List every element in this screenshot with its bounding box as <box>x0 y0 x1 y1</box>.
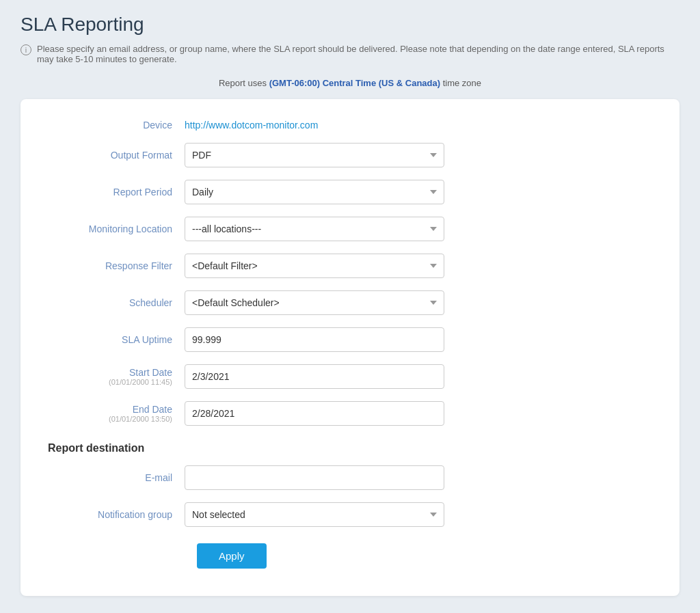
end-date-row: End Date (01/01/2000 13:50) <box>48 401 652 426</box>
page-title: SLA Reporting <box>21 14 679 36</box>
report-period-select[interactable]: Daily Weekly Monthly Custom <box>185 180 444 204</box>
sla-uptime-input[interactable] <box>185 327 444 352</box>
email-row: E-mail <box>48 465 652 490</box>
email-input[interactable] <box>185 465 444 490</box>
monitoring-location-select[interactable]: ---all locations--- <box>185 217 444 241</box>
timezone-value: (GMT-06:00) Central Time (US & Canada) <box>269 78 440 88</box>
apply-button[interactable]: Apply <box>197 543 267 569</box>
timezone-suffix: time zone <box>440 78 481 88</box>
device-label: Device <box>48 120 185 131</box>
scheduler-row: Scheduler <Default Scheduler> <box>48 290 652 315</box>
apply-row: Apply <box>48 543 652 569</box>
info-icon: i <box>21 44 31 55</box>
start-date-sublabel: (01/01/2000 11:45) <box>48 378 172 386</box>
output-format-row: Output Format PDF HTML CSV <box>48 143 652 167</box>
scheduler-label: Scheduler <box>48 297 185 308</box>
sla-uptime-label: SLA Uptime <box>48 334 185 345</box>
info-banner: i Please specify an email address, or gr… <box>21 44 679 64</box>
notification-group-label: Notification group <box>48 509 185 520</box>
response-filter-select[interactable]: <Default Filter> <box>185 254 444 278</box>
email-label: E-mail <box>48 472 185 483</box>
timezone-bar: Report uses (GMT-06:00) Central Time (US… <box>21 78 679 88</box>
monitoring-location-row: Monitoring Location ---all locations--- <box>48 217 652 241</box>
start-date-row: Start Date (01/01/2000 11:45) <box>48 364 652 389</box>
monitoring-location-label: Monitoring Location <box>48 223 185 234</box>
sla-uptime-row: SLA Uptime <box>48 327 652 352</box>
device-link[interactable]: http://www.dotcom-monitor.com <box>185 120 318 131</box>
end-date-sublabel: (01/01/2000 13:50) <box>48 415 172 423</box>
end-date-input[interactable] <box>185 401 444 426</box>
start-date-label: Start Date (01/01/2000 11:45) <box>48 367 185 386</box>
notification-group-select[interactable]: Not selected <box>185 502 444 527</box>
output-format-label: Output Format <box>48 150 185 161</box>
report-period-label: Report Period <box>48 187 185 197</box>
output-format-select[interactable]: PDF HTML CSV <box>185 143 444 167</box>
scheduler-select[interactable]: <Default Scheduler> <box>185 290 444 315</box>
response-filter-label: Response Filter <box>48 260 185 271</box>
report-destination-heading: Report destination <box>48 442 652 454</box>
main-card: Device http://www.dotcom-monitor.com Out… <box>21 99 679 596</box>
info-text: Please specify an email address, or grou… <box>37 44 679 64</box>
timezone-prefix: Report uses <box>219 78 269 88</box>
end-date-label: End Date (01/01/2000 13:50) <box>48 404 185 423</box>
start-date-input[interactable] <box>185 364 444 389</box>
device-row: Device http://www.dotcom-monitor.com <box>48 120 652 131</box>
response-filter-row: Response Filter <Default Filter> <box>48 254 652 278</box>
report-period-row: Report Period Daily Weekly Monthly Custo… <box>48 180 652 204</box>
notification-group-row: Notification group Not selected <box>48 502 652 527</box>
